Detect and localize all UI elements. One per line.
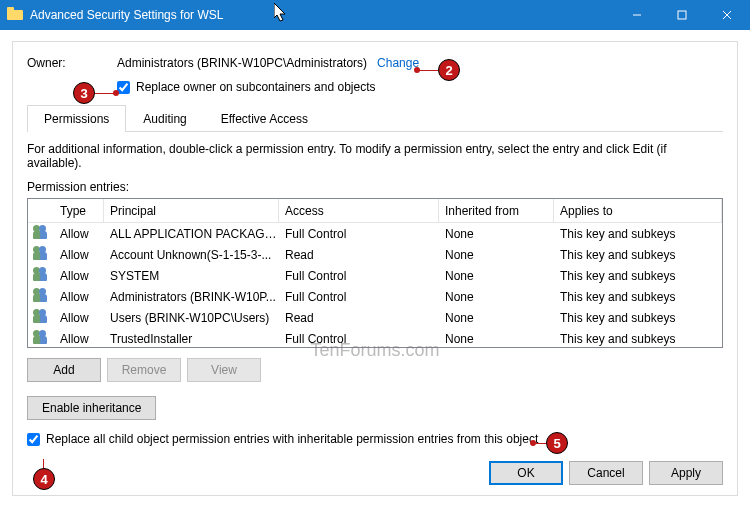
- table-row[interactable]: AllowUsers (BRINK-W10PC\Users)ReadNoneTh…: [28, 307, 722, 328]
- owner-row: Owner: Administrators (BRINK-W10PC\Admin…: [27, 56, 723, 70]
- owner-value: Administrators (BRINK-W10PC\Administrato…: [117, 56, 367, 70]
- cell-inherited: None: [439, 269, 554, 283]
- table-row[interactable]: AllowAccount Unknown(S-1-15-3-...ReadNon…: [28, 244, 722, 265]
- owner-change-link[interactable]: Change: [377, 56, 419, 70]
- tab-auditing[interactable]: Auditing: [126, 105, 203, 132]
- table-header: Type Principal Access Inherited from App…: [28, 199, 722, 223]
- group-icon: [33, 225, 49, 239]
- replace-owner-row: Replace owner on subcontainers and objec…: [117, 80, 723, 94]
- table-row[interactable]: AllowALL APPLICATION PACKAGESFull Contro…: [28, 223, 722, 244]
- cell-inherited: None: [439, 332, 554, 346]
- callout-2: 2: [438, 59, 460, 81]
- cell-applies: This key and subkeys: [554, 332, 722, 346]
- group-icon: [33, 330, 49, 344]
- titlebar: Advanced Security Settings for WSL: [0, 0, 750, 30]
- cell-principal: Users (BRINK-W10PC\Users): [104, 311, 279, 325]
- enable-inheritance-row: Enable inheritance: [27, 396, 723, 420]
- cell-applies: This key and subkeys: [554, 227, 722, 241]
- callout-line-3: [94, 93, 114, 94]
- view-button: View: [187, 358, 261, 382]
- cell-inherited: None: [439, 227, 554, 241]
- cell-access: Read: [279, 248, 439, 262]
- group-icon: [33, 288, 49, 302]
- enable-inheritance-button[interactable]: Enable inheritance: [27, 396, 156, 420]
- cell-access: Full Control: [279, 227, 439, 241]
- cell-applies: This key and subkeys: [554, 248, 722, 262]
- svg-marker-4: [274, 3, 285, 21]
- permission-table: Type Principal Access Inherited from App…: [27, 198, 723, 348]
- cell-principal: Account Unknown(S-1-15-3-...: [104, 248, 279, 262]
- info-text: For additional information, double-click…: [27, 142, 723, 170]
- minimize-button[interactable]: [614, 0, 659, 30]
- group-icon: [33, 309, 49, 323]
- replace-child-label[interactable]: Replace all child object permission entr…: [46, 432, 538, 446]
- table-row[interactable]: AllowSYSTEMFull ControlNoneThis key and …: [28, 265, 722, 286]
- tabs: Permissions Auditing Effective Access: [27, 104, 723, 132]
- table-row[interactable]: AllowTrustedInstallerFull ControlNoneThi…: [28, 328, 722, 348]
- callout-4: 4: [33, 468, 55, 490]
- cell-applies: This key and subkeys: [554, 269, 722, 283]
- replace-child-row: Replace all child object permission entr…: [27, 432, 723, 446]
- permission-entries-label: Permission entries:: [27, 180, 723, 194]
- cell-principal: ALL APPLICATION PACKAGES: [104, 227, 279, 241]
- cell-type: Allow: [54, 227, 104, 241]
- add-button[interactable]: Add: [27, 358, 101, 382]
- cell-inherited: None: [439, 248, 554, 262]
- remove-button: Remove: [107, 358, 181, 382]
- col-access[interactable]: Access: [279, 199, 439, 222]
- cell-principal: Administrators (BRINK-W10P...: [104, 290, 279, 304]
- maximize-button[interactable]: [659, 0, 704, 30]
- cursor-icon: [274, 3, 290, 25]
- cell-type: Allow: [54, 269, 104, 283]
- cell-access: Read: [279, 311, 439, 325]
- callout-5: 5: [546, 432, 568, 454]
- content-panel: Owner: Administrators (BRINK-W10PC\Admin…: [12, 41, 738, 496]
- apply-button[interactable]: Apply: [649, 461, 723, 485]
- cell-type: Allow: [54, 248, 104, 262]
- svg-rect-1: [678, 11, 686, 19]
- owner-label: Owner:: [27, 56, 117, 70]
- cell-principal: SYSTEM: [104, 269, 279, 283]
- cell-applies: This key and subkeys: [554, 311, 722, 325]
- cell-principal: TrustedInstaller: [104, 332, 279, 346]
- cell-inherited: None: [439, 311, 554, 325]
- cell-inherited: None: [439, 290, 554, 304]
- folder-icon: [7, 7, 23, 23]
- col-principal[interactable]: Principal: [104, 199, 279, 222]
- cancel-button[interactable]: Cancel: [569, 461, 643, 485]
- tab-effective-access[interactable]: Effective Access: [204, 105, 325, 132]
- cell-type: Allow: [54, 311, 104, 325]
- window-title: Advanced Security Settings for WSL: [30, 8, 223, 22]
- col-type[interactable]: Type: [54, 199, 104, 222]
- col-applies[interactable]: Applies to: [554, 199, 722, 222]
- caption-buttons: [614, 0, 750, 30]
- group-icon: [33, 267, 49, 281]
- cell-access: Full Control: [279, 269, 439, 283]
- cell-access: Full Control: [279, 332, 439, 346]
- group-icon: [33, 246, 49, 260]
- entry-buttons-row: Add Remove View: [27, 358, 723, 382]
- tab-permissions[interactable]: Permissions: [27, 105, 126, 132]
- cell-type: Allow: [54, 332, 104, 346]
- ok-button[interactable]: OK: [489, 461, 563, 485]
- cell-applies: This key and subkeys: [554, 290, 722, 304]
- callout-line-2: [417, 70, 438, 71]
- close-button[interactable]: [704, 0, 750, 30]
- col-inherited[interactable]: Inherited from: [439, 199, 554, 222]
- callout-3: 3: [73, 82, 95, 104]
- table-row[interactable]: AllowAdministrators (BRINK-W10P...Full C…: [28, 286, 722, 307]
- cell-type: Allow: [54, 290, 104, 304]
- dialog-buttons: OK Cancel Apply: [489, 461, 723, 485]
- replace-owner-label[interactable]: Replace owner on subcontainers and objec…: [136, 80, 375, 94]
- cell-access: Full Control: [279, 290, 439, 304]
- callout-line-5: [533, 443, 547, 444]
